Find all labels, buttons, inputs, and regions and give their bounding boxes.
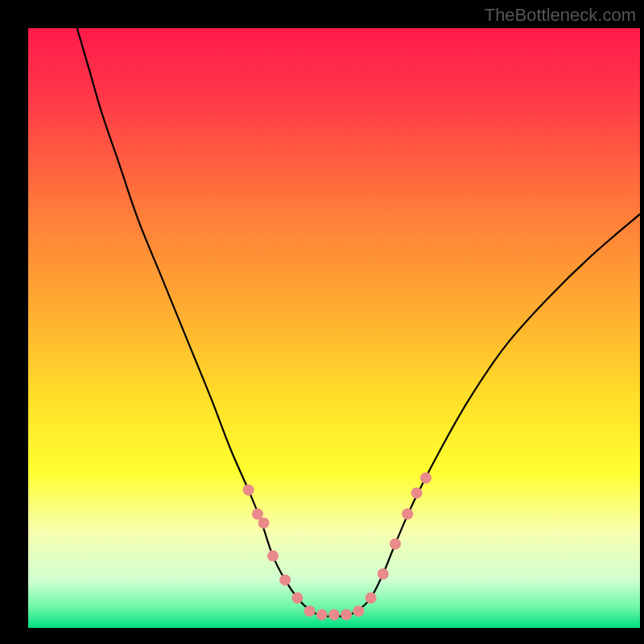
highlight-marker (267, 551, 279, 562)
highlight-marker (353, 605, 364, 617)
highlight-marker (365, 592, 377, 604)
highlight-marker (420, 473, 431, 484)
watermark-text: TheBottleneck.com (485, 5, 636, 26)
highlight-marker (411, 487, 423, 498)
highlight-marker (316, 609, 328, 621)
chart-plot-area (28, 28, 640, 628)
highlight-marker (378, 568, 389, 580)
highlight-marker (390, 539, 401, 550)
highlight-marker (258, 518, 270, 529)
highlight-marker (279, 574, 291, 585)
chart-background (28, 28, 640, 628)
highlight-marker (291, 592, 303, 604)
highlight-marker (304, 605, 316, 617)
highlight-marker (341, 609, 352, 621)
highlight-marker (402, 508, 413, 519)
highlight-marker (328, 609, 340, 621)
chart-svg (28, 28, 640, 628)
highlight-marker (243, 485, 254, 496)
